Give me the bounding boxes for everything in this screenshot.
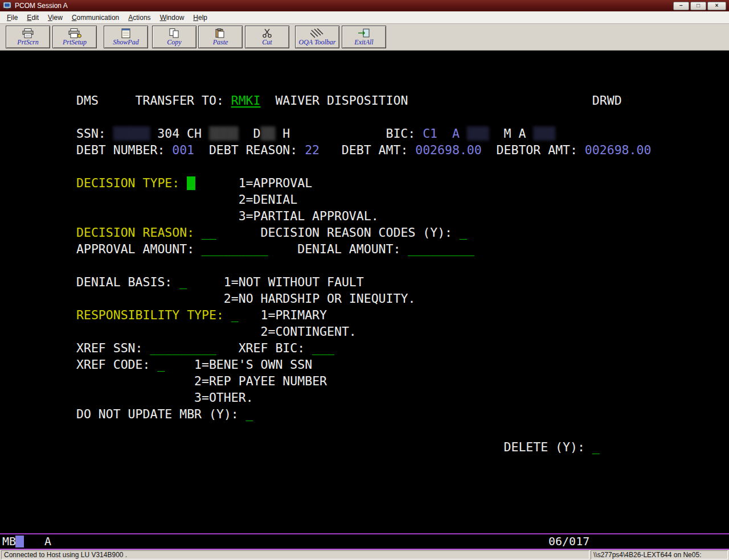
terminal-text: A — [518, 125, 526, 142]
toolbar-button-prtscrn[interactable]: PrtScrn — [6, 26, 50, 48]
minimize-button[interactable]: − — [673, 2, 689, 10]
terminal-text: 22 — [305, 142, 320, 158]
terminal-input-field[interactable]: _ — [460, 224, 467, 241]
menu-item-file[interactable]: File — [2, 12, 22, 23]
terminal-input-field[interactable]: RMKI — [231, 92, 261, 109]
terminal-text: ▒▒ — [261, 125, 276, 142]
toolbar-button-label: Copy — [167, 38, 181, 46]
terminal-row: 2=REP PAYEE NUMBER — [0, 373, 729, 389]
terminal-text: DRWD — [592, 92, 622, 109]
terminal-row: XREF CODE:_1=BENE'S OWN SSN — [0, 356, 729, 373]
terminal-text: A — [452, 125, 460, 142]
notepad-icon — [119, 28, 133, 38]
menu-bar: FileEditViewCommunicationActionsWindowHe… — [0, 11, 729, 24]
terminal-text: 1=BENE'S OWN SSN — [194, 356, 312, 373]
terminal-row: 2=CONTINGENT. — [0, 323, 729, 340]
menu-item-communication[interactable]: Communication — [67, 12, 124, 23]
terminal-text: 3=PARTIAL APPROVAL. — [239, 208, 379, 224]
toolbar-button-oqa-toolbar[interactable]: OQA Toolbar — [295, 26, 339, 48]
toolbar-button-label: ShowPad — [113, 38, 138, 46]
scissors-icon — [260, 28, 274, 38]
window-title: PCOM Session A — [15, 2, 673, 10]
terminal-row: 3=PARTIAL APPROVAL. — [0, 208, 729, 224]
terminal-text: DECISION REASON CODES (Y): — [261, 224, 453, 241]
terminal-text: ▒▒▒▒▒ — [113, 125, 150, 142]
app-icon — [3, 1, 12, 10]
hatch-icon — [310, 28, 324, 38]
toolbar-button-copy[interactable]: Copy — [152, 26, 196, 48]
terminal-text: 002698.00 — [585, 142, 652, 158]
terminal-text: DO NOT UPDATE MBR (Y): — [76, 406, 239, 422]
toolbar-button-prtsetup[interactable]: PrtSetup — [52, 26, 97, 48]
terminal-text: DENIAL BASIS: — [76, 274, 172, 290]
copy-icon — [167, 28, 181, 38]
oia-status: MB — [2, 534, 16, 549]
terminal-row: RESPONSIBILITY TYPE:_1=PRIMARY — [0, 307, 729, 323]
terminal-row: 2=NO HARDSHIP OR INEQUITY. — [0, 290, 729, 307]
oia-indicator-block — [15, 536, 24, 547]
terminal-input-field[interactable]: ___ — [312, 340, 334, 356]
terminal-text: M — [504, 125, 511, 142]
terminal-input-field[interactable]: _________ — [408, 241, 474, 257]
terminal-input-field[interactable]: _ — [592, 439, 600, 455]
terminal-text: RESPONSIBILITY TYPE: — [76, 307, 224, 323]
terminal-text: 1=APPROVAL — [239, 175, 312, 191]
printer-icon — [21, 28, 35, 38]
menu-item-window[interactable]: Window — [155, 12, 189, 23]
terminal-text: DEBTOR AMT: — [497, 142, 578, 158]
oia-status-row: MB A 06/017 — [0, 533, 729, 550]
terminal-row: SSN:▒▒▒▒▒304 CH▒▒▒▒D▒▒HBIC:C1A▒▒▒MA▒▒▒ — [0, 125, 729, 142]
terminal-text: DECISION REASON: — [76, 224, 194, 241]
terminal-text: C1 — [423, 125, 437, 142]
toolbar: PrtScrnPrtSetupShowPadCopyPasteCutOQA To… — [0, 24, 729, 51]
terminal-text: 2=DENIAL — [239, 191, 298, 208]
terminal-row: 3=OTHER. — [0, 389, 729, 406]
toolbar-button-exitall[interactable]: ExitAll — [342, 26, 386, 48]
terminal-input-field[interactable]: _ — [157, 356, 165, 373]
terminal-text: 3=OTHER. — [194, 389, 253, 406]
toolbar-button-label: Cut — [262, 38, 272, 46]
terminal-cursor[interactable] — [187, 176, 195, 190]
terminal-input-field[interactable]: _ — [179, 274, 187, 290]
terminal-text: DMS — [76, 92, 99, 109]
terminal-text: XREF SSN: — [76, 340, 143, 356]
menu-item-view[interactable]: View — [43, 12, 67, 23]
terminal-text: DECISION TYPE: — [76, 175, 179, 191]
toolbar-button-cut[interactable]: Cut — [245, 26, 289, 48]
host-status: \\s277ps4\4B26-LEXT644 on Ne05: — [591, 550, 728, 559]
terminal-input-field[interactable]: _________ — [150, 340, 216, 356]
terminal-input-field[interactable]: _________ — [202, 241, 268, 257]
terminal-text: XREF CODE: — [76, 356, 150, 373]
toolbar-button-label: Paste — [213, 38, 228, 46]
terminal-input-field[interactable]: _ — [231, 307, 239, 323]
toolbar-button-showpad[interactable]: ShowPad — [104, 26, 148, 48]
maximize-button[interactable]: □ — [690, 2, 706, 10]
terminal-input-field[interactable]: _ — [246, 406, 253, 422]
terminal-text: DELETE (Y): — [504, 439, 585, 455]
terminal-row: DEBT NUMBER:001DEBT REASON:22DEBT AMT:00… — [0, 142, 729, 158]
terminal-screen[interactable]: DMSTRANSFER TO:RMKIWAIVER DISPOSITIONDRW… — [0, 51, 729, 533]
terminal-text: 002698.00 — [415, 142, 482, 158]
terminal-input-field[interactable]: __ — [202, 224, 216, 241]
terminal-text: DEBT AMT: — [342, 142, 408, 158]
terminal-text: SSN: — [76, 125, 106, 142]
menu-item-edit[interactable]: Edit — [22, 12, 43, 23]
terminal-row: DELETE (Y):_ — [0, 439, 729, 455]
terminal-row: DMSTRANSFER TO:RMKIWAIVER DISPOSITIONDRW… — [0, 92, 729, 109]
terminal-text: ▒▒▒▒ — [209, 125, 239, 142]
terminal-text: APPROVAL AMOUNT: — [76, 241, 194, 257]
oia-session-letter: A — [44, 534, 51, 549]
toolbar-button-paste[interactable]: Paste — [198, 26, 243, 48]
terminal-text: D — [253, 125, 261, 142]
terminal-text: XREF BIC: — [239, 340, 305, 356]
terminal-row: DO NOT UPDATE MBR (Y):_ — [0, 406, 729, 422]
connection-status: Connected to Host using LU V314B900 . — [1, 550, 589, 559]
menu-item-actions[interactable]: Actions — [124, 12, 155, 23]
status-bar: Connected to Host using LU V314B900 . \\… — [0, 550, 729, 560]
paste-icon — [214, 28, 227, 38]
terminal-text: 001 — [172, 142, 194, 158]
terminal-text: 1=NOT WITHOUT FAULT — [224, 274, 364, 290]
menu-item-help[interactable]: Help — [189, 12, 212, 23]
terminal-row: XREF SSN:_________XREF BIC:___ — [0, 340, 729, 356]
close-button[interactable]: × — [707, 2, 726, 10]
